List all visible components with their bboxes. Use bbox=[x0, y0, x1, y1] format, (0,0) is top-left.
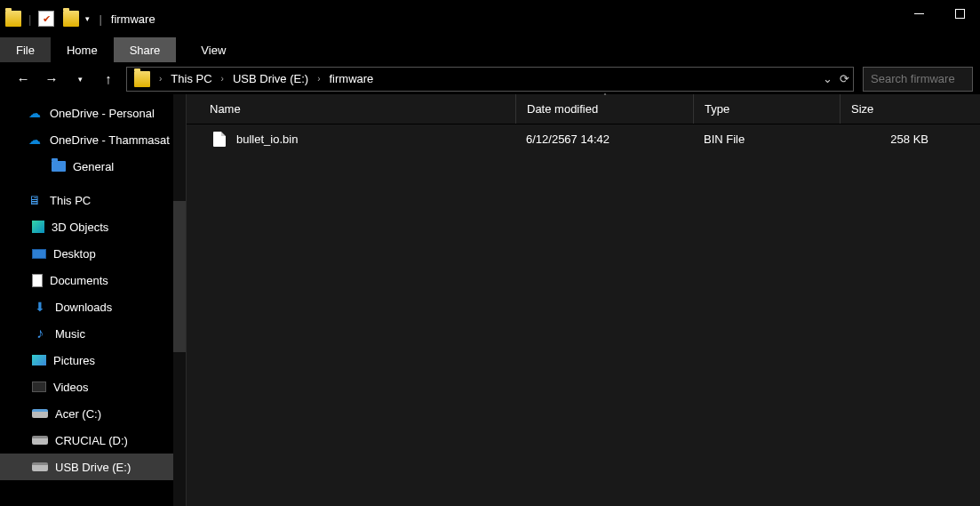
search-input[interactable] bbox=[863, 67, 973, 92]
up-button[interactable]: ↑ bbox=[100, 70, 117, 88]
col-date-modified[interactable]: ˄ Date modified bbox=[515, 94, 693, 124]
cloud-icon: ☁ bbox=[27, 105, 43, 121]
chevron-right-icon[interactable]: › bbox=[315, 74, 322, 84]
tree-label: Downloads bbox=[55, 301, 112, 314]
download-icon: ⬇ bbox=[32, 299, 48, 315]
column-headers: Name ˄ Date modified Type Size bbox=[187, 94, 980, 124]
desktop-icon bbox=[32, 249, 46, 259]
back-button[interactable]: ← bbox=[14, 70, 32, 88]
maximize-button[interactable] bbox=[939, 0, 980, 27]
window-controls bbox=[898, 0, 980, 27]
file-name: bullet_io.bin bbox=[236, 133, 298, 146]
tree-label: CRUCIAL (D:) bbox=[55, 434, 128, 447]
scrollbar-thumb[interactable] bbox=[173, 201, 186, 352]
quick-access-toolbar: | ✔ ▾ | firmware bbox=[5, 11, 155, 27]
svg-rect-0 bbox=[914, 13, 924, 14]
tree-label: General bbox=[73, 160, 114, 173]
chevron-down-icon[interactable]: ⌄ bbox=[823, 72, 833, 85]
address-bar[interactable]: › This PC › USB Drive (E:) › firmware ⌄ … bbox=[126, 67, 854, 92]
drive-icon bbox=[32, 409, 48, 418]
tree-drive-crucial[interactable]: CRUCIAL (D:) bbox=[0, 427, 186, 454]
file-icon bbox=[213, 132, 226, 147]
tree-label: Documents bbox=[50, 274, 108, 287]
arrow-up-icon: ↑ bbox=[105, 71, 112, 86]
tree-scrollbar[interactable] bbox=[173, 94, 186, 506]
col-type[interactable]: Type bbox=[693, 94, 840, 124]
main-area: ˄ ☁ OneDrive - Personal ☁ OneDrive - Tha… bbox=[0, 94, 980, 506]
tree-onedrive-personal[interactable]: ☁ OneDrive - Personal bbox=[0, 100, 186, 126]
tab-share[interactable]: Share bbox=[114, 37, 177, 62]
cell-type: BIN File bbox=[693, 133, 840, 146]
nav-tree: ˄ ☁ OneDrive - Personal ☁ OneDrive - Tha… bbox=[0, 94, 187, 506]
maximize-icon bbox=[955, 9, 965, 19]
tab-view[interactable]: View bbox=[185, 37, 242, 62]
folder-icon bbox=[134, 71, 150, 87]
tree-drive-usb[interactable]: USB Drive (E:) bbox=[0, 454, 186, 480]
music-icon: ♪ bbox=[32, 325, 48, 341]
navigation-row: ← → ▾ ↑ › This PC › USB Drive (E:) › fir… bbox=[0, 62, 980, 94]
tree-label: 3D Objects bbox=[52, 221, 108, 234]
ribbon-tabs: File Home Share View bbox=[0, 37, 980, 62]
nav-buttons: ← → ▾ ↑ bbox=[14, 70, 117, 88]
cell-name: bullet_io.bin bbox=[187, 132, 515, 147]
tree-videos[interactable]: Videos bbox=[0, 373, 186, 400]
refresh-icon[interactable]: ⟳ bbox=[840, 72, 849, 85]
folder-icon bbox=[63, 11, 79, 27]
file-row[interactable]: bullet_io.bin 6/12/2567 14:42 BIN File 2… bbox=[187, 124, 980, 153]
sort-indicator-icon: ˄ bbox=[603, 92, 607, 100]
tree-onedrive-thammasat[interactable]: ☁ OneDrive - Thammasat bbox=[0, 126, 186, 153]
video-icon bbox=[32, 382, 46, 392]
tree-music[interactable]: ♪ Music bbox=[0, 320, 186, 347]
cell-date: 6/12/2567 14:42 bbox=[515, 133, 693, 146]
drive-icon bbox=[32, 462, 48, 471]
tree-drive-acer[interactable]: Acer (C:) bbox=[0, 400, 186, 427]
tree-3d-objects[interactable]: 3D Objects bbox=[0, 213, 186, 240]
col-name[interactable]: Name bbox=[187, 94, 515, 124]
tree-documents[interactable]: Documents bbox=[0, 267, 186, 293]
minimize-button[interactable] bbox=[898, 0, 939, 27]
tree-downloads[interactable]: ⬇ Downloads bbox=[0, 293, 186, 320]
drive-icon bbox=[32, 436, 48, 445]
titlebar: | ✔ ▾ | firmware bbox=[0, 0, 980, 37]
cell-size: 258 KB bbox=[840, 133, 946, 146]
arrow-left-icon: ← bbox=[17, 71, 30, 86]
title-separator: | bbox=[99, 12, 101, 26]
tree-this-pc[interactable]: 🖥 This PC bbox=[0, 187, 186, 213]
address-bar-right: ⌄ ⟳ bbox=[823, 72, 849, 85]
col-label: Date modified bbox=[527, 102, 598, 116]
tree-pictures[interactable]: Pictures bbox=[0, 347, 186, 373]
chevron-right-icon[interactable]: › bbox=[157, 74, 163, 84]
window-title: firmware bbox=[111, 12, 155, 26]
qat-separator: | bbox=[28, 12, 31, 26]
folder-icon bbox=[5, 11, 21, 27]
cube-icon bbox=[32, 221, 44, 233]
chevron-down-icon: ▾ bbox=[78, 75, 83, 84]
tree-label: Videos bbox=[53, 381, 89, 394]
tab-home[interactable]: Home bbox=[51, 37, 114, 62]
pc-icon: 🖥 bbox=[27, 192, 43, 208]
file-panel: Name ˄ Date modified Type Size bullet_io… bbox=[187, 94, 980, 506]
recent-locations-button[interactable]: ▾ bbox=[71, 70, 89, 88]
document-icon bbox=[32, 274, 43, 287]
col-size[interactable]: Size bbox=[840, 94, 946, 124]
qat-dropdown-icon[interactable]: ▾ bbox=[85, 14, 90, 23]
tree-label: Music bbox=[55, 327, 85, 341]
breadcrumb-segment[interactable]: This PC bbox=[167, 72, 215, 85]
tree-label: Acer (C:) bbox=[55, 407, 101, 421]
chevron-right-icon[interactable]: › bbox=[219, 74, 226, 84]
pictures-icon bbox=[32, 355, 46, 365]
forward-button[interactable]: → bbox=[43, 70, 60, 88]
tree-desktop[interactable]: Desktop bbox=[0, 240, 186, 267]
arrow-right-icon: → bbox=[45, 71, 59, 86]
tree-label: Desktop bbox=[53, 247, 96, 261]
breadcrumb-segment[interactable]: firmware bbox=[326, 72, 378, 85]
tree-general[interactable]: General bbox=[0, 153, 186, 180]
minimize-icon bbox=[914, 13, 924, 14]
tab-file[interactable]: File bbox=[0, 37, 51, 62]
tree-label: OneDrive - Thammasat bbox=[50, 133, 170, 147]
folder-icon bbox=[52, 161, 66, 172]
qat-properties-icon[interactable]: ✔ bbox=[38, 11, 54, 27]
breadcrumb-segment[interactable]: USB Drive (E:) bbox=[229, 72, 312, 85]
cloud-icon: ☁ bbox=[27, 132, 43, 148]
tree-label: USB Drive (E:) bbox=[55, 461, 131, 474]
